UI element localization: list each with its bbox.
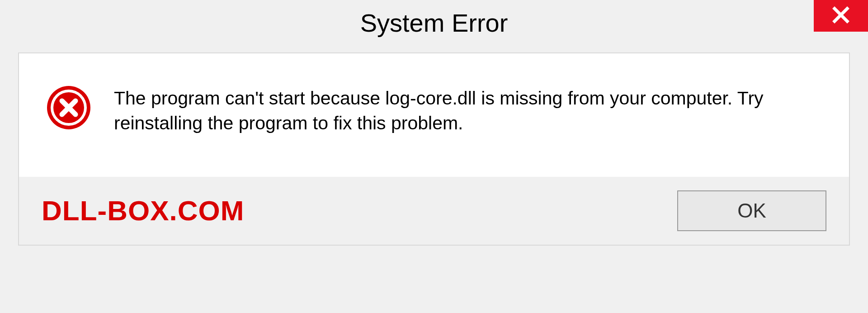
- ok-button-label: OK: [737, 199, 766, 222]
- dialog-footer: DLL-BOX.COM OK: [18, 177, 850, 246]
- watermark-text: DLL-BOX.COM: [42, 194, 244, 227]
- close-button[interactable]: [814, 0, 868, 32]
- dialog-titlebar: System Error: [0, 0, 868, 45]
- error-message: The program can't start because log-core…: [114, 85, 822, 136]
- close-icon: [831, 5, 850, 26]
- dialog-title: System Error: [360, 8, 508, 38]
- ok-button[interactable]: OK: [677, 190, 826, 231]
- error-icon: [46, 85, 91, 130]
- message-panel: The program can't start because log-core…: [18, 52, 850, 177]
